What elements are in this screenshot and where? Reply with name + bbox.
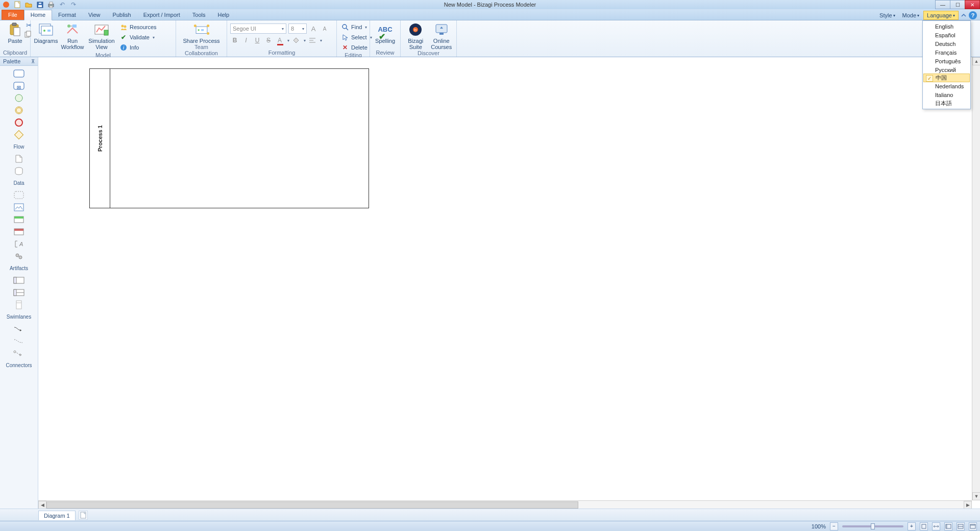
view-mode-3-button[interactable] <box>969 522 977 530</box>
image-artifact-shape[interactable] <box>13 203 24 212</box>
diagram-tab-1[interactable]: Diagram 1 <box>38 511 76 520</box>
header-artifact-shape[interactable] <box>13 215 24 224</box>
online-courses-button[interactable]: Online Courses <box>430 21 454 50</box>
run-workflow-button[interactable]: Run Workflow <box>60 21 85 50</box>
spelling-button[interactable]: ABC✔ Spelling <box>373 21 397 44</box>
scroll-up-icon[interactable]: ▲ <box>972 57 980 65</box>
tab-help[interactable]: Help <box>211 10 235 20</box>
select-button[interactable]: Select ▾ <box>340 33 373 42</box>
font-family-combo[interactable]: Segoe UI▾ <box>230 23 286 34</box>
scroll-down-icon[interactable]: ▼ <box>972 492 980 500</box>
task-shape[interactable] <box>13 69 24 78</box>
language-item[interactable]: Русский <box>923 65 970 74</box>
shrink-font-button[interactable]: A <box>320 24 329 33</box>
lane-shape[interactable] <box>13 288 24 297</box>
data-object-shape[interactable] <box>13 154 24 163</box>
tab-tools[interactable]: Tools <box>186 10 212 20</box>
font-size-combo[interactable]: 8▾ <box>288 23 307 34</box>
vertical-scrollbar[interactable]: ▲ ▼ <box>972 57 980 500</box>
annotation-shape[interactable]: A <box>13 239 24 249</box>
align-button[interactable] <box>308 36 317 45</box>
help-icon[interactable]: ? <box>969 11 977 19</box>
scroll-left-icon[interactable]: ◀ <box>38 501 46 509</box>
maximize-button[interactable]: ☐ <box>950 0 965 9</box>
language-item[interactable]: Nederlands <box>923 82 970 90</box>
save-icon[interactable] <box>36 1 44 9</box>
strikethrough-button[interactable]: S <box>264 36 273 45</box>
simulation-view-button[interactable]: Simulation View <box>87 21 116 50</box>
bizagi-suite-button[interactable]: b Bizagi Suite <box>404 21 428 50</box>
canvas[interactable]: Process 1 ▲ ▼ ◀ ▶ <box>38 57 980 509</box>
language-item[interactable]: Português <box>923 57 970 65</box>
bold-button[interactable]: B <box>230 36 239 45</box>
fit-page-button[interactable] <box>920 522 928 530</box>
language-item[interactable]: Español <box>923 31 970 39</box>
pool-header[interactable]: Process 1 <box>90 69 110 208</box>
info-button[interactable]: i Info <box>118 43 158 52</box>
subprocess-shape[interactable] <box>13 81 24 90</box>
pin-icon[interactable]: ⊼ <box>31 59 35 64</box>
association-shape[interactable] <box>13 336 24 346</box>
find-button[interactable]: Find ▾ <box>340 22 373 32</box>
scroll-right-icon[interactable]: ▶ <box>964 501 972 509</box>
tab-publish[interactable]: Publish <box>107 10 137 20</box>
chevron-down-icon[interactable]: ▾ <box>320 38 322 43</box>
resources-button[interactable]: Resources <box>118 22 158 32</box>
share-process-button[interactable]: Share Process <box>181 21 222 44</box>
language-item[interactable]: Italiano <box>923 90 970 99</box>
scroll-thumb[interactable] <box>46 501 578 509</box>
gateway-shape[interactable] <box>13 130 24 139</box>
validate-button[interactable]: ✔ Validate ▾ <box>118 33 158 42</box>
pool-shape[interactable] <box>13 276 24 285</box>
font-color-button[interactable]: A <box>275 36 284 45</box>
group-shape[interactable] <box>13 190 24 200</box>
add-diagram-button[interactable] <box>79 511 88 520</box>
delete-button[interactable]: ✕ Delete <box>340 43 373 52</box>
horizontal-scrollbar[interactable]: ◀ ▶ <box>38 500 972 509</box>
minimize-button[interactable]: — <box>935 0 950 9</box>
language-item[interactable]: ✓中国 <box>923 74 970 82</box>
redo-icon[interactable]: ↷ <box>69 1 78 9</box>
milestone-shape[interactable] <box>13 300 24 309</box>
underline-button[interactable]: U <box>253 36 262 45</box>
undo-icon[interactable]: ↶ <box>58 1 66 9</box>
pool-body[interactable] <box>110 69 369 208</box>
diagrams-button[interactable]: Diagrams <box>34 21 58 44</box>
open-icon[interactable] <box>24 1 33 9</box>
pool[interactable]: Process 1 <box>89 68 369 208</box>
view-mode-2-button[interactable] <box>957 522 965 530</box>
minimize-ribbon-button[interactable] <box>960 11 968 19</box>
language-item[interactable]: 日本語 <box>923 99 970 108</box>
custom-artifact-shape[interactable] <box>13 252 24 261</box>
start-event-shape[interactable] <box>13 93 24 103</box>
close-button[interactable]: ✕ <box>965 0 980 9</box>
zoom-out-button[interactable]: − <box>830 522 838 530</box>
tab-format[interactable]: Format <box>52 10 82 20</box>
formatted-text-shape[interactable] <box>13 227 24 236</box>
chevron-down-icon[interactable]: ▾ <box>287 38 289 43</box>
tab-export-import[interactable]: Export / Import <box>137 10 186 20</box>
grow-font-button[interactable]: A <box>309 24 318 33</box>
tab-file[interactable]: File <box>2 10 24 20</box>
tab-home[interactable]: Home <box>24 10 52 20</box>
sequence-flow-shape[interactable] <box>13 324 24 333</box>
fill-color-button[interactable] <box>291 36 301 45</box>
style-dropdown[interactable]: Style▾ <box>876 11 898 19</box>
fit-width-button[interactable] <box>932 522 940 530</box>
language-item[interactable]: English <box>923 22 970 31</box>
language-dropdown[interactable]: Language▾ <box>923 11 959 20</box>
message-flow-shape[interactable] <box>13 349 24 358</box>
view-mode-1-button[interactable] <box>944 522 952 530</box>
new-icon[interactable] <box>13 1 21 9</box>
zoom-in-button[interactable]: + <box>908 522 916 530</box>
mode-dropdown[interactable]: Mode▾ <box>899 11 923 19</box>
zoom-slider[interactable] <box>842 525 903 527</box>
chevron-down-icon[interactable]: ▾ <box>304 38 306 43</box>
end-event-shape[interactable] <box>13 118 24 127</box>
data-store-shape[interactable] <box>13 166 24 176</box>
print-icon[interactable] <box>47 1 55 9</box>
language-item[interactable]: Français <box>923 48 970 57</box>
italic-button[interactable]: I <box>241 36 251 45</box>
intermediate-event-shape[interactable] <box>13 106 24 115</box>
tab-view[interactable]: View <box>82 10 107 20</box>
